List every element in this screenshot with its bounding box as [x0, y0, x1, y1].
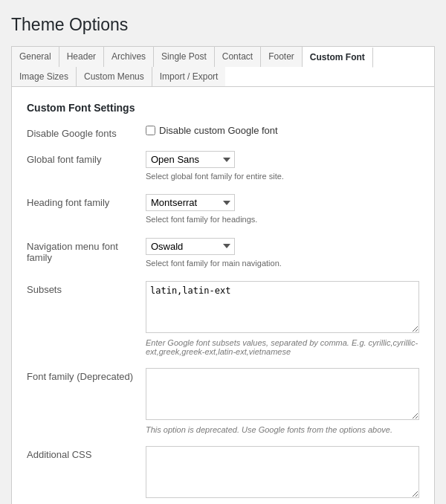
nav-font-field: Open Sans Montserrat Oswald Roboto Lato …	[146, 238, 419, 269]
deprecated-font-field: This option is deprecated. Use Google fo…	[146, 368, 419, 434]
settings-panel: Custom Font Settings Disable Google font…	[11, 86, 435, 504]
additional-css-row: Additional CSS You can add any custom CS…	[27, 446, 419, 504]
disable-google-checkbox[interactable]	[146, 126, 155, 135]
tab-bar: General Header Archives Single Post Cont…	[11, 46, 435, 86]
global-font-select[interactable]: Open Sans Montserrat Oswald Roboto Lato	[146, 151, 235, 168]
tab-import-export[interactable]: Import / Export	[152, 67, 226, 86]
deprecated-font-textarea[interactable]	[146, 368, 419, 420]
heading-font-field: Open Sans Montserrat Oswald Roboto Lato …	[146, 194, 419, 225]
deprecated-font-hint: This option is deprecated. Use Google fo…	[146, 425, 419, 434]
nav-font-row: Navigation menu font family Open Sans Mo…	[27, 238, 419, 269]
disable-google-checkbox-text: Disable custom Google font	[159, 125, 278, 136]
tab-general[interactable]: General	[12, 47, 59, 67]
deprecated-font-row: Font family (Deprecated) This option is …	[27, 368, 419, 434]
tab-custom-font[interactable]: Custom Font	[303, 48, 373, 68]
additional-css-label: Additional CSS	[27, 446, 146, 460]
nav-font-label: Navigation menu font family	[27, 238, 146, 263]
page-title: Theme Options	[11, 15, 435, 35]
heading-font-hint: Select font family for headings.	[146, 214, 419, 225]
subsets-hint: Enter Google font subsets values, separa…	[146, 338, 419, 356]
tab-single-post[interactable]: Single Post	[154, 47, 215, 67]
global-font-label: Global font family	[27, 151, 146, 165]
subsets-label: Subsets	[27, 281, 146, 295]
disable-google-field: Disable custom Google font	[146, 125, 419, 136]
tab-image-sizes[interactable]: Image Sizes	[12, 67, 77, 86]
global-font-hint: Select global font family for entire sit…	[146, 171, 419, 182]
additional-css-textarea[interactable]	[146, 446, 419, 498]
global-font-field: Open Sans Montserrat Oswald Roboto Lato …	[146, 151, 419, 182]
tab-header[interactable]: Header	[59, 47, 104, 67]
nav-font-hint: Select font family for main navigation.	[146, 258, 419, 269]
tab-custom-menus[interactable]: Custom Menus	[77, 67, 152, 86]
disable-google-row: Disable Google fonts Disable custom Goog…	[27, 125, 419, 139]
heading-font-row: Heading font family Open Sans Montserrat…	[27, 194, 419, 225]
subsets-row: Subsets latin,latin-ext Enter Google fon…	[27, 281, 419, 356]
disable-google-label: Disable Google fonts	[27, 125, 146, 139]
nav-font-select[interactable]: Open Sans Montserrat Oswald Roboto Lato	[146, 238, 235, 255]
subsets-textarea[interactable]: latin,latin-ext	[146, 281, 419, 333]
tab-footer[interactable]: Footer	[261, 47, 303, 67]
heading-font-select[interactable]: Open Sans Montserrat Oswald Roboto Lato	[146, 194, 235, 211]
tab-archives[interactable]: Archives	[104, 47, 154, 67]
deprecated-font-label: Font family (Deprecated)	[27, 368, 146, 382]
section-title: Custom Font Settings	[27, 102, 419, 114]
global-font-row: Global font family Open Sans Montserrat …	[27, 151, 419, 182]
heading-font-label: Heading font family	[27, 194, 146, 208]
disable-google-checkbox-label[interactable]: Disable custom Google font	[146, 125, 419, 136]
subsets-field: latin,latin-ext Enter Google font subset…	[146, 281, 419, 356]
additional-css-field: You can add any custom CSS in this field…	[146, 446, 419, 504]
tab-contact[interactable]: Contact	[215, 47, 261, 67]
